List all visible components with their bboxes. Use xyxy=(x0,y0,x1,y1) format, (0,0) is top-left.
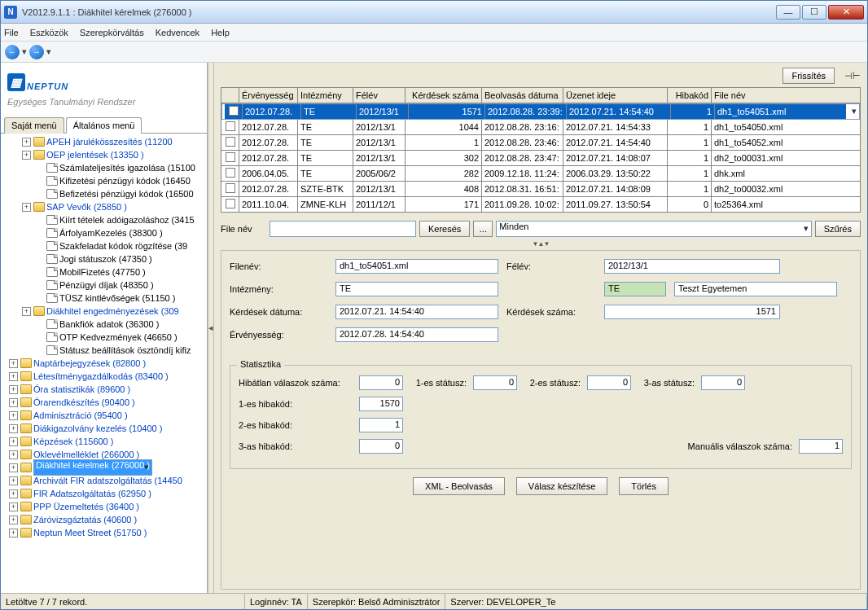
table-row[interactable]: 2012.07.28.TE2012/13/13022012.08.28. 23:… xyxy=(221,151,860,166)
tree-node[interactable]: +Óra statisztikák (89600 ) xyxy=(4,383,207,396)
refresh-button[interactable]: Frissítés xyxy=(783,68,835,84)
grid-header[interactable]: Érvényesség xyxy=(239,88,298,103)
xml-read-button[interactable]: XML - Beolvasás xyxy=(413,477,505,495)
grid-header[interactable] xyxy=(221,88,239,103)
grid-header[interactable]: Intézmény xyxy=(298,88,353,103)
expand-icon[interactable]: + xyxy=(9,529,18,538)
tree-node[interactable]: +Létesítménygazdálkodás (83400 ) xyxy=(4,370,207,383)
menu-tools[interactable]: Eszközök xyxy=(30,28,68,37)
tree-node[interactable]: Kiírt tételek adóigazoláshoz (3415 xyxy=(4,213,207,226)
expand-icon[interactable]: + xyxy=(9,437,18,446)
tree-node[interactable]: +Diákhitel kérelmek (276000 ) xyxy=(4,461,207,474)
field-filename[interactable]: dh1_to54051.xml xyxy=(335,259,498,274)
expand-icon[interactable]: + xyxy=(9,359,18,368)
menu-favorites[interactable]: Kedvencek xyxy=(156,28,199,37)
tree-node[interactable]: +Záróvizsgáztatás (40600 ) xyxy=(4,513,207,526)
expand-icon[interactable]: + xyxy=(9,502,18,511)
expand-icon[interactable]: + xyxy=(9,476,18,485)
tree-node[interactable]: +PPP Üzemeltetés (36400 ) xyxy=(4,500,207,513)
tree-node[interactable]: +Képzések (115600 ) xyxy=(4,435,207,448)
expand-icon[interactable]: + xyxy=(9,372,18,381)
expand-icon[interactable]: + xyxy=(22,151,31,160)
tree-node[interactable]: Befizetési pénzügyi kódok (16500 xyxy=(4,187,207,200)
field-qcount[interactable]: 1571 xyxy=(604,305,780,319)
tree-node[interactable]: Jogi státuszok (47350 ) xyxy=(4,252,207,266)
nav-back-button[interactable]: ← xyxy=(4,44,20,60)
grid-header[interactable]: Félév xyxy=(353,88,406,103)
tree[interactable]: +APEH járulékösszesítés (11200+OEP jelen… xyxy=(1,134,207,593)
tree-node[interactable]: Szakfeladat kódok rögzítése (39 xyxy=(4,239,207,252)
expand-icon[interactable]: + xyxy=(9,450,18,459)
expand-icon[interactable]: + xyxy=(9,385,18,394)
table-row[interactable]: 2012.07.28.TE2012/13/112012.08.28. 23:46… xyxy=(221,135,860,151)
row-checkbox[interactable] xyxy=(225,104,243,119)
tree-node[interactable]: +FIR Adatszolgáltatás (62950 ) xyxy=(4,487,207,500)
tree-node[interactable]: +Diákhitel engedményezések (309 xyxy=(4,305,207,318)
data-grid[interactable]: ÉrvényességIntézményFélévKérdések számaB… xyxy=(221,87,861,213)
tree-node[interactable]: Pénzügyi díjak (48350 ) xyxy=(4,279,207,292)
maximize-button[interactable]: ☐ xyxy=(802,5,826,20)
tree-node[interactable]: Bankfiók adatok (36300 ) xyxy=(4,318,207,331)
tree-node[interactable]: +APEH járulékösszesítés (11200 xyxy=(4,135,207,148)
filter-input[interactable] xyxy=(270,221,416,237)
table-row[interactable]: 2012.07.28.TE2012/13/110442012.08.28. 23… xyxy=(221,120,860,135)
nav-forward-button[interactable]: → xyxy=(28,44,45,60)
field-qdate[interactable]: 2012.07.21. 14:54:40 xyxy=(335,305,498,319)
browse-button[interactable]: ... xyxy=(473,221,493,237)
tree-node[interactable]: +SAP Vevők (25850 ) xyxy=(4,200,207,213)
row-checkbox[interactable] xyxy=(221,120,239,134)
menu-help[interactable]: Help xyxy=(211,28,230,37)
tree-node[interactable]: +Adminisztráció (95400 ) xyxy=(4,409,207,422)
row-checkbox[interactable] xyxy=(221,197,239,212)
table-row[interactable]: 2011.10.04.ZMNE-KLH2011/12/11712011.09.2… xyxy=(221,197,860,212)
table-row[interactable]: 2012.07.28.SZTE-BTK2012/13/14082012.08.3… xyxy=(221,182,860,197)
minimize-button[interactable]: — xyxy=(776,5,800,20)
grid-header[interactable]: Üzenet ideje xyxy=(563,88,668,103)
expand-icon[interactable]: + xyxy=(22,138,31,147)
grid-header[interactable]: File név xyxy=(712,88,860,103)
tab-general-menu[interactable]: Általános menü xyxy=(66,117,142,134)
expand-icon[interactable]: + xyxy=(22,203,31,212)
pin-icon[interactable]: ⊣⊢ xyxy=(844,71,861,81)
tree-node[interactable]: Számlateljesítés igazolása (15100 xyxy=(4,161,207,174)
menu-file[interactable]: File xyxy=(4,28,19,37)
filter-button[interactable]: Szűrés xyxy=(815,221,861,237)
grid-header[interactable]: Hibakód xyxy=(668,88,712,103)
menu-rolechange[interactable]: Szerepkörváltás xyxy=(80,28,144,37)
table-row[interactable]: 2012.07.28.TE2012/13/115712012.08.28. 23… xyxy=(221,103,860,120)
delete-button[interactable]: Törlés xyxy=(619,477,669,495)
field-semester[interactable]: 2012/13/1 xyxy=(604,259,780,274)
tree-node[interactable]: +Archivált FIR adatszolgáltatás (14450 xyxy=(4,474,207,487)
table-row[interactable]: 2006.04.05.TE2005/06/22822009.12.18. 11:… xyxy=(221,166,860,182)
field-inst-code[interactable]: TE xyxy=(335,282,498,296)
nav-forward-dropdown[interactable]: ▾ xyxy=(46,46,51,57)
horizontal-splitter[interactable]: ▼▲▼ xyxy=(214,240,867,247)
filter-select[interactable]: Minden xyxy=(496,221,811,237)
tree-node[interactable]: +OEP jelentések (13350 ) xyxy=(4,148,207,161)
expand-icon[interactable]: + xyxy=(9,411,18,420)
row-checkbox[interactable] xyxy=(221,151,239,165)
expand-icon[interactable]: + xyxy=(22,307,31,316)
field-valid[interactable]: 2012.07.28. 14:54:40 xyxy=(335,327,498,342)
tree-node[interactable]: +Neptun Meet Street (51750 ) xyxy=(4,526,207,539)
vertical-splitter[interactable]: ◂ xyxy=(208,63,214,593)
expand-icon[interactable]: + xyxy=(9,398,18,407)
expand-icon[interactable]: + xyxy=(9,424,18,433)
tab-own-menu[interactable]: Saját menü xyxy=(4,117,64,134)
tree-node[interactable]: MobilFizetés (47750 ) xyxy=(4,266,207,279)
answer-button[interactable]: Válasz készítése xyxy=(516,477,608,495)
row-checkbox[interactable] xyxy=(221,135,239,150)
row-checkbox[interactable] xyxy=(221,166,239,181)
tree-node[interactable]: +Diákigazolvány kezelés (10400 ) xyxy=(4,422,207,435)
grid-header[interactable]: Kérdések száma xyxy=(406,88,482,103)
expand-icon[interactable]: + xyxy=(9,489,18,498)
titlebar[interactable]: N V2012.9.1.1 : Diákhitel kérelmek (2760… xyxy=(1,1,867,24)
tree-node[interactable]: OTP Kedvezmények (46650 ) xyxy=(4,331,207,344)
search-button[interactable]: Keresés xyxy=(419,221,470,237)
tree-node[interactable]: Státusz beállítások ösztöndíj kifiz xyxy=(4,344,207,357)
grid-header[interactable]: Beolvasás dátuma xyxy=(482,88,563,103)
expand-icon[interactable]: + xyxy=(9,463,18,472)
tree-node[interactable]: ÁrfolyamKezelés (38300 ) xyxy=(4,226,207,239)
row-checkbox[interactable] xyxy=(221,182,239,196)
tree-node[interactable]: +Órarendkészítés (90400 ) xyxy=(4,396,207,409)
